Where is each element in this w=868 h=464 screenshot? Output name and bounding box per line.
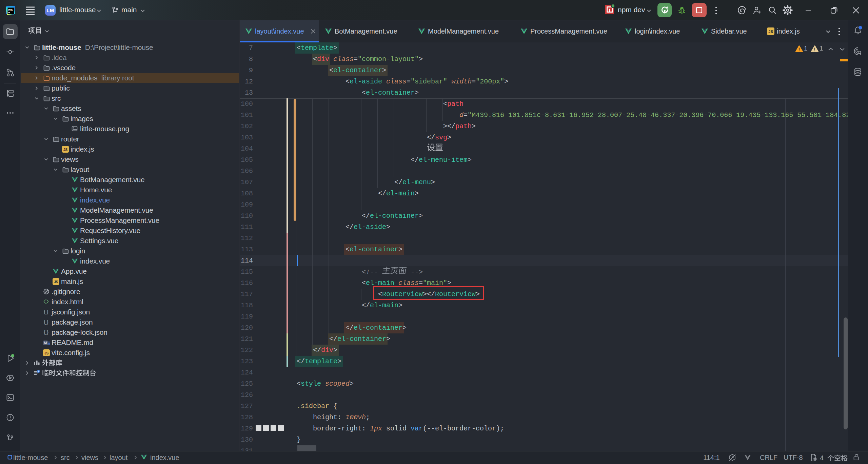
svg-text:{}: {} bbox=[43, 330, 49, 335]
svg-text:{}: {} bbox=[43, 320, 49, 325]
svg-text:{}: {} bbox=[43, 309, 49, 315]
svg-text:WS: WS bbox=[8, 8, 13, 12]
svg-text:JS: JS bbox=[63, 148, 68, 152]
svg-text:JS: JS bbox=[768, 30, 773, 34]
svg-text:JS: JS bbox=[44, 351, 49, 355]
svg-text:JS: JS bbox=[54, 280, 58, 284]
svg-text:M: M bbox=[44, 341, 47, 345]
